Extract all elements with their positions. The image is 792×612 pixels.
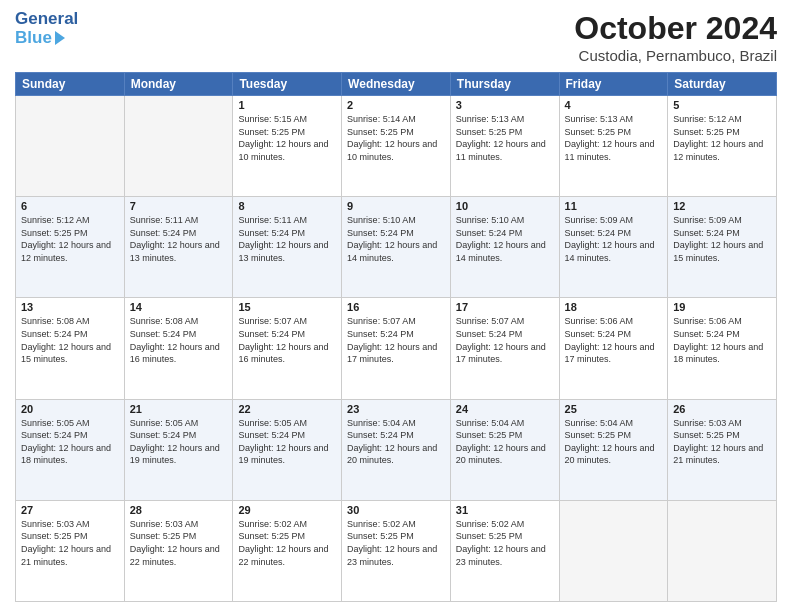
header: General Blue October 2024 Custodia, Pern… bbox=[15, 10, 777, 64]
calendar-cell: 15Sunrise: 5:07 AMSunset: 5:24 PMDayligh… bbox=[233, 298, 342, 399]
calendar-cell: 7Sunrise: 5:11 AMSunset: 5:24 PMDaylight… bbox=[124, 197, 233, 298]
week-row-2: 6Sunrise: 5:12 AMSunset: 5:25 PMDaylight… bbox=[16, 197, 777, 298]
day-detail: Sunrise: 5:10 AMSunset: 5:24 PMDaylight:… bbox=[347, 214, 445, 264]
calendar-cell: 22Sunrise: 5:05 AMSunset: 5:24 PMDayligh… bbox=[233, 399, 342, 500]
week-row-1: 1Sunrise: 5:15 AMSunset: 5:25 PMDaylight… bbox=[16, 96, 777, 197]
day-detail: Sunrise: 5:08 AMSunset: 5:24 PMDaylight:… bbox=[130, 315, 228, 365]
day-detail: Sunrise: 5:07 AMSunset: 5:24 PMDaylight:… bbox=[456, 315, 554, 365]
day-detail: Sunrise: 5:12 AMSunset: 5:25 PMDaylight:… bbox=[21, 214, 119, 264]
day-header-friday: Friday bbox=[559, 73, 668, 96]
day-number: 19 bbox=[673, 301, 771, 313]
day-number: 25 bbox=[565, 403, 663, 415]
calendar-cell: 1Sunrise: 5:15 AMSunset: 5:25 PMDaylight… bbox=[233, 96, 342, 197]
calendar-cell: 24Sunrise: 5:04 AMSunset: 5:25 PMDayligh… bbox=[450, 399, 559, 500]
calendar-cell: 30Sunrise: 5:02 AMSunset: 5:25 PMDayligh… bbox=[342, 500, 451, 601]
page: General Blue October 2024 Custodia, Pern… bbox=[0, 0, 792, 612]
day-header-saturday: Saturday bbox=[668, 73, 777, 96]
day-number: 30 bbox=[347, 504, 445, 516]
day-detail: Sunrise: 5:04 AMSunset: 5:24 PMDaylight:… bbox=[347, 417, 445, 467]
day-detail: Sunrise: 5:08 AMSunset: 5:24 PMDaylight:… bbox=[21, 315, 119, 365]
calendar-cell: 14Sunrise: 5:08 AMSunset: 5:24 PMDayligh… bbox=[124, 298, 233, 399]
calendar-cell: 6Sunrise: 5:12 AMSunset: 5:25 PMDaylight… bbox=[16, 197, 125, 298]
calendar-cell: 21Sunrise: 5:05 AMSunset: 5:24 PMDayligh… bbox=[124, 399, 233, 500]
week-row-4: 20Sunrise: 5:05 AMSunset: 5:24 PMDayligh… bbox=[16, 399, 777, 500]
day-detail: Sunrise: 5:13 AMSunset: 5:25 PMDaylight:… bbox=[565, 113, 663, 163]
calendar-cell: 3Sunrise: 5:13 AMSunset: 5:25 PMDaylight… bbox=[450, 96, 559, 197]
day-number: 13 bbox=[21, 301, 119, 313]
day-detail: Sunrise: 5:15 AMSunset: 5:25 PMDaylight:… bbox=[238, 113, 336, 163]
day-number: 20 bbox=[21, 403, 119, 415]
day-number: 29 bbox=[238, 504, 336, 516]
calendar-cell bbox=[559, 500, 668, 601]
day-detail: Sunrise: 5:05 AMSunset: 5:24 PMDaylight:… bbox=[21, 417, 119, 467]
day-header-monday: Monday bbox=[124, 73, 233, 96]
day-number: 28 bbox=[130, 504, 228, 516]
calendar-cell: 23Sunrise: 5:04 AMSunset: 5:24 PMDayligh… bbox=[342, 399, 451, 500]
calendar-cell: 27Sunrise: 5:03 AMSunset: 5:25 PMDayligh… bbox=[16, 500, 125, 601]
calendar-cell: 8Sunrise: 5:11 AMSunset: 5:24 PMDaylight… bbox=[233, 197, 342, 298]
calendar-cell: 10Sunrise: 5:10 AMSunset: 5:24 PMDayligh… bbox=[450, 197, 559, 298]
day-number: 7 bbox=[130, 200, 228, 212]
calendar-cell: 18Sunrise: 5:06 AMSunset: 5:24 PMDayligh… bbox=[559, 298, 668, 399]
day-detail: Sunrise: 5:02 AMSunset: 5:25 PMDaylight:… bbox=[238, 518, 336, 568]
calendar-cell: 20Sunrise: 5:05 AMSunset: 5:24 PMDayligh… bbox=[16, 399, 125, 500]
day-number: 12 bbox=[673, 200, 771, 212]
calendar-table: SundayMondayTuesdayWednesdayThursdayFrid… bbox=[15, 72, 777, 602]
calendar-cell bbox=[668, 500, 777, 601]
day-number: 9 bbox=[347, 200, 445, 212]
day-number: 1 bbox=[238, 99, 336, 111]
day-number: 23 bbox=[347, 403, 445, 415]
day-number: 16 bbox=[347, 301, 445, 313]
day-detail: Sunrise: 5:09 AMSunset: 5:24 PMDaylight:… bbox=[565, 214, 663, 264]
day-detail: Sunrise: 5:03 AMSunset: 5:25 PMDaylight:… bbox=[130, 518, 228, 568]
day-detail: Sunrise: 5:06 AMSunset: 5:24 PMDaylight:… bbox=[673, 315, 771, 365]
day-header-sunday: Sunday bbox=[16, 73, 125, 96]
title-block: October 2024 Custodia, Pernambuco, Brazi… bbox=[574, 10, 777, 64]
day-number: 27 bbox=[21, 504, 119, 516]
day-detail: Sunrise: 5:06 AMSunset: 5:24 PMDaylight:… bbox=[565, 315, 663, 365]
days-header-row: SundayMondayTuesdayWednesdayThursdayFrid… bbox=[16, 73, 777, 96]
day-header-wednesday: Wednesday bbox=[342, 73, 451, 96]
day-detail: Sunrise: 5:09 AMSunset: 5:24 PMDaylight:… bbox=[673, 214, 771, 264]
day-header-thursday: Thursday bbox=[450, 73, 559, 96]
calendar-cell: 12Sunrise: 5:09 AMSunset: 5:24 PMDayligh… bbox=[668, 197, 777, 298]
calendar-cell: 9Sunrise: 5:10 AMSunset: 5:24 PMDaylight… bbox=[342, 197, 451, 298]
day-detail: Sunrise: 5:04 AMSunset: 5:25 PMDaylight:… bbox=[565, 417, 663, 467]
logo-general: General bbox=[15, 10, 78, 29]
calendar-cell: 2Sunrise: 5:14 AMSunset: 5:25 PMDaylight… bbox=[342, 96, 451, 197]
calendar-cell: 4Sunrise: 5:13 AMSunset: 5:25 PMDaylight… bbox=[559, 96, 668, 197]
calendar-cell: 28Sunrise: 5:03 AMSunset: 5:25 PMDayligh… bbox=[124, 500, 233, 601]
location: Custodia, Pernambuco, Brazil bbox=[574, 47, 777, 64]
day-number: 22 bbox=[238, 403, 336, 415]
day-detail: Sunrise: 5:04 AMSunset: 5:25 PMDaylight:… bbox=[456, 417, 554, 467]
logo-blue: Blue bbox=[15, 29, 52, 48]
day-number: 24 bbox=[456, 403, 554, 415]
day-number: 6 bbox=[21, 200, 119, 212]
calendar-cell bbox=[16, 96, 125, 197]
day-number: 10 bbox=[456, 200, 554, 212]
calendar-cell: 26Sunrise: 5:03 AMSunset: 5:25 PMDayligh… bbox=[668, 399, 777, 500]
calendar-cell: 17Sunrise: 5:07 AMSunset: 5:24 PMDayligh… bbox=[450, 298, 559, 399]
day-number: 4 bbox=[565, 99, 663, 111]
day-number: 17 bbox=[456, 301, 554, 313]
day-detail: Sunrise: 5:12 AMSunset: 5:25 PMDaylight:… bbox=[673, 113, 771, 163]
calendar-cell bbox=[124, 96, 233, 197]
day-number: 2 bbox=[347, 99, 445, 111]
day-number: 26 bbox=[673, 403, 771, 415]
day-detail: Sunrise: 5:07 AMSunset: 5:24 PMDaylight:… bbox=[238, 315, 336, 365]
day-detail: Sunrise: 5:02 AMSunset: 5:25 PMDaylight:… bbox=[456, 518, 554, 568]
calendar-cell: 5Sunrise: 5:12 AMSunset: 5:25 PMDaylight… bbox=[668, 96, 777, 197]
day-detail: Sunrise: 5:05 AMSunset: 5:24 PMDaylight:… bbox=[238, 417, 336, 467]
calendar-cell: 16Sunrise: 5:07 AMSunset: 5:24 PMDayligh… bbox=[342, 298, 451, 399]
day-detail: Sunrise: 5:10 AMSunset: 5:24 PMDaylight:… bbox=[456, 214, 554, 264]
day-detail: Sunrise: 5:14 AMSunset: 5:25 PMDaylight:… bbox=[347, 113, 445, 163]
calendar-cell: 29Sunrise: 5:02 AMSunset: 5:25 PMDayligh… bbox=[233, 500, 342, 601]
day-detail: Sunrise: 5:11 AMSunset: 5:24 PMDaylight:… bbox=[238, 214, 336, 264]
day-detail: Sunrise: 5:03 AMSunset: 5:25 PMDaylight:… bbox=[673, 417, 771, 467]
day-header-tuesday: Tuesday bbox=[233, 73, 342, 96]
day-detail: Sunrise: 5:07 AMSunset: 5:24 PMDaylight:… bbox=[347, 315, 445, 365]
day-number: 18 bbox=[565, 301, 663, 313]
month-title: October 2024 bbox=[574, 10, 777, 47]
day-detail: Sunrise: 5:02 AMSunset: 5:25 PMDaylight:… bbox=[347, 518, 445, 568]
day-number: 11 bbox=[565, 200, 663, 212]
